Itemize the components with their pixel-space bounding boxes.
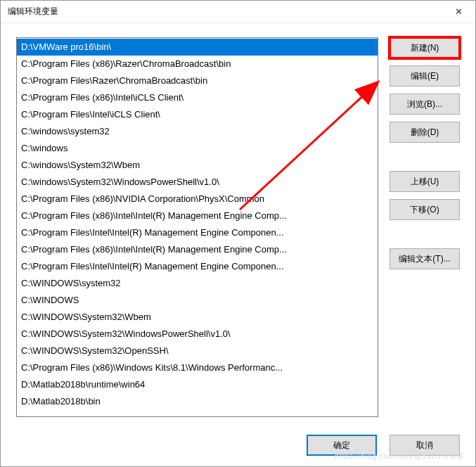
list-item[interactable]: C:\Program Files (x86)\Intel\Intel(R) Ma… (17, 241, 378, 258)
new-button[interactable]: 新建(N) (390, 37, 460, 58)
titlebar: 编辑环境变量 ✕ (1, 1, 475, 23)
env-var-dialog: 编辑环境变量 ✕ D:\VMWare pro16\bin\C:\Program … (0, 0, 476, 467)
list-item[interactable]: D:\VMWare pro16\bin\ (17, 39, 378, 56)
list-item[interactable]: C:\WINDOWS\System32\WindowsPowerShell\v1… (17, 326, 378, 343)
list-item[interactable]: C:\Program Files (x86)\Windows Kits\8.1\… (17, 359, 378, 376)
side-button-panel: 新建(N) 编辑(E) 浏览(B)... 删除(D) 上移(U) 下移(O) 编… (390, 37, 460, 417)
close-button[interactable]: ✕ (443, 1, 474, 23)
list-item[interactable]: C:\Program Files (x86)\Intel\iCLS Client… (17, 89, 378, 106)
list-item[interactable]: D:\Matlab2018b\runtime\win64 (17, 376, 378, 393)
list-item[interactable]: C:\windows (17, 140, 378, 157)
close-icon: ✕ (455, 6, 463, 17)
path-list-container: D:\VMWare pro16\bin\C:\Program Files (x8… (16, 37, 378, 417)
list-item[interactable]: C:\Program Files\Intel\iCLS Client\ (17, 106, 378, 123)
delete-button[interactable]: 删除(D) (390, 122, 460, 143)
list-item[interactable]: C:\WINDOWS\System32\Wbem (17, 309, 378, 326)
edit-text-button[interactable]: 编辑文本(T)... (390, 248, 460, 269)
dialog-footer: 确定 取消 (1, 424, 475, 466)
list-item[interactable]: C:\WINDOWS (17, 292, 378, 309)
move-down-button[interactable]: 下移(O) (390, 199, 460, 220)
list-item[interactable]: C:\Program Files (x86)\NVIDIA Corporatio… (17, 191, 378, 207)
list-item[interactable]: C:\WINDOWS\System32\OpenSSH\ (17, 343, 378, 359)
cancel-button[interactable]: 取消 (390, 435, 460, 456)
move-up-button[interactable]: 上移(U) (390, 171, 460, 192)
list-item[interactable]: C:\windows\system32 (17, 123, 378, 140)
list-item[interactable]: C:\Program Files (x86)\Razer\ChromaBroad… (17, 56, 378, 72)
list-item[interactable]: C:\Program Files\Razer\ChromaBroadcast\b… (17, 72, 378, 89)
path-listbox[interactable]: D:\VMWare pro16\bin\C:\Program Files (x8… (17, 38, 378, 416)
list-item[interactable]: C:\windows\System32\WindowsPowerShell\v1… (17, 174, 378, 191)
edit-button[interactable]: 编辑(E) (390, 65, 460, 87)
ok-button[interactable]: 确定 (307, 435, 377, 456)
list-item[interactable]: C:\Program Files\Intel\Intel(R) Manageme… (17, 224, 378, 241)
list-item[interactable]: D:\Matlab2018b\bin (17, 393, 378, 410)
list-item[interactable]: C:\windows\System32\Wbem (17, 157, 378, 174)
list-item[interactable]: C:\Program Files\Intel\Intel(R) Manageme… (17, 258, 378, 275)
browse-button[interactable]: 浏览(B)... (390, 94, 460, 115)
list-item[interactable]: C:\Program Files (x86)\Intel\Intel(R) Ma… (17, 207, 378, 224)
list-item[interactable]: C:\WINDOWS\system32 (17, 275, 378, 292)
content-area: D:\VMWare pro16\bin\C:\Program Files (x8… (1, 23, 475, 424)
window-title: 编辑环境变量 (8, 6, 58, 18)
